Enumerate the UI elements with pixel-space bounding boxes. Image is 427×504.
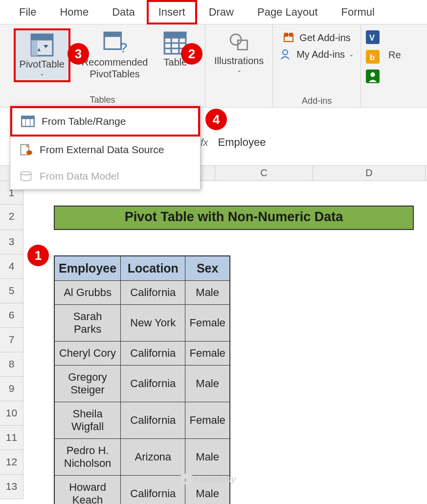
- data-table: Employee Location Sex Al GrubbsCaliforni…: [54, 255, 230, 504]
- cell-employee[interactable]: Sarah Parks: [54, 305, 121, 342]
- tab-data[interactable]: Data: [100, 0, 146, 24]
- row-header[interactable]: 4: [0, 254, 23, 279]
- cell-employee[interactable]: Gregory Steiger: [54, 366, 121, 402]
- cell-sex[interactable]: Female: [185, 402, 230, 439]
- row-header[interactable]: 8: [0, 352, 23, 377]
- svg-text:b: b: [370, 53, 375, 62]
- table-row: Al GrubbsCaliforniaMale: [54, 281, 230, 305]
- header-employee[interactable]: Employee: [54, 256, 121, 281]
- chevron-down-icon: ⌄: [349, 51, 354, 58]
- visio-icon[interactable]: V: [366, 30, 380, 44]
- row-header[interactable]: 6: [0, 303, 23, 328]
- dropdown-from-table-range[interactable]: From Table/Range: [10, 106, 200, 137]
- cell-sex[interactable]: Female: [185, 305, 230, 342]
- svg-text:x: x: [183, 476, 187, 483]
- external-source-icon: [19, 143, 33, 156]
- formula-value[interactable]: Employee: [218, 136, 266, 149]
- cell-sex[interactable]: Male: [185, 366, 230, 402]
- cell-employee[interactable]: Howard Keach: [54, 476, 121, 504]
- row-header[interactable]: 2: [0, 205, 23, 230]
- row-header[interactable]: 5: [0, 279, 23, 303]
- cell-sex[interactable]: Male: [185, 439, 230, 476]
- bing-icon[interactable]: b: [366, 50, 380, 64]
- ribbon-group-addins: Get Add-ins My Add-ins ⌄ Add-ins: [273, 24, 361, 107]
- chevron-down-icon: ⌄: [237, 67, 242, 73]
- row-header[interactable]: 3: [0, 230, 23, 254]
- row-header[interactable]: 12: [0, 450, 23, 475]
- cell-location[interactable]: California: [121, 281, 185, 305]
- dropdown-label: From Data Model: [40, 170, 119, 182]
- svg-point-29: [26, 150, 32, 155]
- side-icons: V b: [361, 24, 384, 107]
- cell-location[interactable]: New York: [121, 305, 185, 342]
- step-badge-4: 4: [205, 109, 227, 130]
- svg-rect-1: [31, 34, 53, 41]
- svg-text:?: ?: [119, 40, 127, 55]
- watermark-text: exceldemy: [194, 474, 236, 484]
- addins-group-label: Add-ins: [302, 96, 332, 106]
- chevron-down-icon: ⌄: [40, 70, 45, 77]
- cell-sex[interactable]: Male: [185, 281, 230, 305]
- illustrations-icon: [228, 31, 250, 52]
- cell-employee[interactable]: Sheila Wigfall: [54, 402, 121, 439]
- cell-sex[interactable]: Female: [185, 342, 230, 366]
- dropdown-from-external[interactable]: From External Data Source: [10, 137, 200, 163]
- row-header[interactable]: 13: [0, 475, 23, 499]
- table-header-row: Employee Location Sex: [54, 256, 230, 281]
- row-header[interactable]: 7: [0, 328, 23, 352]
- my-addins-label: My Add-ins: [296, 49, 345, 60]
- my-addins-button[interactable]: My Add-ins ⌄: [280, 46, 354, 63]
- col-header-d[interactable]: D: [313, 166, 426, 181]
- recommended-charts-button[interactable]: Re: [384, 24, 405, 107]
- cell-location[interactable]: California: [121, 366, 185, 402]
- pivottable-dropdown: From Table/Range From External Data Sour…: [10, 106, 201, 190]
- svg-rect-25: [22, 116, 34, 119]
- table-row: Sheila WigfallCaliforniaFemale: [54, 402, 230, 439]
- cell-employee[interactable]: Cheryl Cory: [54, 342, 121, 366]
- table-row: Cheryl CoryCaliforniaFemale: [54, 342, 230, 366]
- watermark-icon: x: [181, 474, 192, 484]
- dropdown-label: From Table/Range: [42, 115, 126, 127]
- table-range-icon: [21, 115, 35, 128]
- svg-rect-2: [31, 41, 38, 56]
- svg-rect-16: [289, 33, 293, 37]
- formula-bar: fx Employee: [201, 136, 266, 149]
- col-header-c[interactable]: C: [215, 166, 313, 181]
- row-header[interactable]: 10: [0, 401, 23, 426]
- step-badge-3: 3: [67, 43, 89, 65]
- fx-icon[interactable]: fx: [201, 137, 208, 148]
- pivottable-icon: [30, 33, 54, 57]
- step-badge-2: 2: [181, 43, 202, 65]
- get-addins-button[interactable]: Get Add-ins: [283, 29, 351, 46]
- svg-point-17: [283, 50, 288, 55]
- tab-file[interactable]: File: [7, 0, 48, 24]
- svg-text:V: V: [369, 33, 375, 42]
- my-addins-icon: [280, 48, 292, 60]
- sheet-title[interactable]: Pivot Table with Non-Numeric Data: [54, 206, 414, 230]
- row-header[interactable]: 11: [0, 426, 23, 450]
- ribbon: PivotTable ⌄ ? Recommended PivotTables T…: [0, 24, 427, 108]
- row-headers: 1 2 3 4 5 6 7 8 9 10 11 12 13: [0, 181, 23, 499]
- tab-pagelayout[interactable]: Page Layout: [246, 0, 330, 24]
- header-location[interactable]: Location: [121, 256, 185, 281]
- tab-draw[interactable]: Draw: [197, 0, 246, 24]
- row-header[interactable]: 9: [0, 377, 23, 401]
- people-icon[interactable]: [366, 69, 380, 83]
- pivottable-button[interactable]: PivotTable ⌄: [14, 28, 70, 82]
- tab-home[interactable]: Home: [48, 0, 100, 24]
- cell-location[interactable]: California: [121, 476, 185, 504]
- ribbon-group-tables: PivotTable ⌄ ? Recommended PivotTables T…: [0, 24, 205, 107]
- tab-insert[interactable]: Insert: [147, 0, 197, 24]
- tables-group-label: Tables: [90, 95, 115, 105]
- header-sex[interactable]: Sex: [185, 256, 230, 281]
- svg-rect-13: [238, 40, 247, 49]
- cell-location[interactable]: Arizona: [121, 439, 185, 476]
- tab-formulas[interactable]: Formul: [330, 0, 386, 24]
- cell-location[interactable]: California: [121, 342, 185, 366]
- illustrations-button[interactable]: Illustrations ⌄: [210, 28, 268, 76]
- svg-rect-4: [104, 32, 121, 37]
- svg-rect-15: [284, 33, 288, 37]
- cell-employee[interactable]: Pedro H. Nicholson: [54, 439, 121, 476]
- cell-employee[interactable]: Al Grubbs: [54, 281, 121, 305]
- cell-location[interactable]: California: [121, 402, 185, 439]
